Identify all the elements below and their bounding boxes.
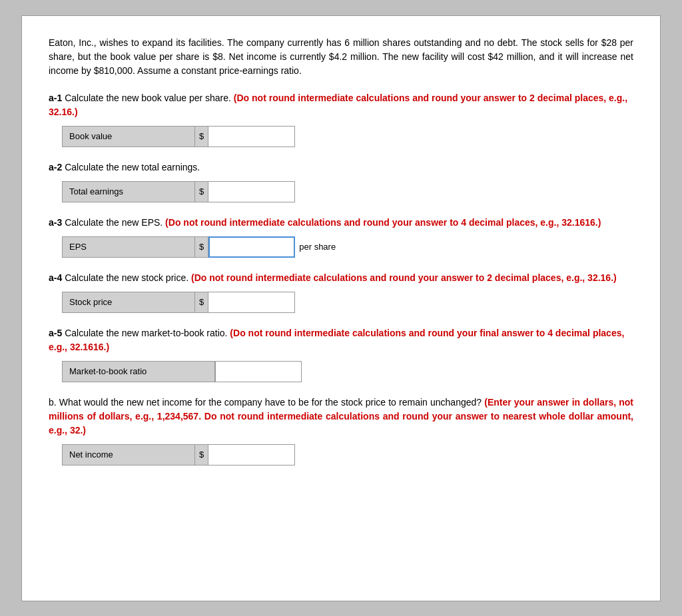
q-text-a1: Calculate the new book value per share. <box>65 93 231 103</box>
total-earnings-input[interactable] <box>208 181 295 202</box>
q-text-a2: Calculate the new total earnings. <box>65 162 200 172</box>
net-income-input[interactable] <box>208 444 295 465</box>
book-value-input[interactable] <box>208 126 295 147</box>
q-red-a3: (Do not round intermediate calculations … <box>165 217 601 228</box>
eps-input[interactable] <box>208 236 295 258</box>
input-label-a4: Stock price <box>62 292 195 313</box>
input-label-b: Net income <box>62 444 195 465</box>
dollar-a4: $ <box>195 292 208 313</box>
intro-paragraph: Eaton, Inc., wishes to expand its facili… <box>49 36 633 78</box>
question-a5: a-5 Calculate the new market-to-book rat… <box>49 326 633 382</box>
input-label-a5: Market-to-book ratio <box>62 361 215 382</box>
q-num-a5: a-5 <box>49 328 62 338</box>
input-row-a3: EPS $ per share <box>62 236 633 258</box>
input-row-a5: Market-to-book ratio <box>62 361 633 382</box>
question-a2: a-2 Calculate the new total earnings. To… <box>49 160 633 202</box>
q-red-a4: (Do not round intermediate calculations … <box>191 272 617 283</box>
question-a1: a-1 Calculate the new book value per sha… <box>49 91 633 147</box>
q-num-a3: a-3 <box>49 217 62 228</box>
q-num-a1: a-1 <box>49 93 62 103</box>
q-text-a3: Calculate the new EPS. <box>65 217 163 228</box>
dollar-a3: $ <box>195 236 208 258</box>
q-text-a4: Calculate the new stock price. <box>65 272 188 283</box>
question-a1-label: a-1 Calculate the new book value per sha… <box>49 91 633 119</box>
question-a4-label: a-4 Calculate the new stock price. (Do n… <box>49 271 633 285</box>
input-row-a1: Book value $ <box>62 126 633 147</box>
per-share-label: per share <box>299 240 336 254</box>
question-a3: a-3 Calculate the new EPS. (Do not round… <box>49 216 633 258</box>
q-num-a4: a-4 <box>49 272 62 283</box>
market-to-book-input[interactable] <box>215 361 302 382</box>
q-num-a2: a-2 <box>49 162 62 172</box>
question-a5-label: a-5 Calculate the new market-to-book rat… <box>49 326 633 354</box>
q-num-b: b. <box>49 397 57 408</box>
question-a3-label: a-3 Calculate the new EPS. (Do not round… <box>49 216 633 230</box>
question-a4: a-4 Calculate the new stock price. (Do n… <box>49 271 633 313</box>
input-label-a3: EPS <box>62 236 195 258</box>
question-b: b. What would the new net income for the… <box>49 396 633 465</box>
input-row-b: Net income $ <box>62 444 633 465</box>
dollar-b: $ <box>195 444 208 465</box>
input-row-a4: Stock price $ <box>62 292 633 313</box>
page-container: Eaton, Inc., wishes to expand its facili… <box>21 15 661 601</box>
q-text-b: What would the new net income for the co… <box>59 397 482 408</box>
question-a2-label: a-2 Calculate the new total earnings. <box>49 160 633 174</box>
dollar-a2: $ <box>195 181 208 202</box>
q-text-a5: Calculate the new market-to-book ratio. <box>65 328 227 338</box>
dollar-a1: $ <box>195 126 208 147</box>
input-row-a2: Total earnings $ <box>62 181 633 202</box>
input-label-a1: Book value <box>62 126 195 147</box>
input-label-a2: Total earnings <box>62 181 195 202</box>
question-b-label: b. What would the new net income for the… <box>49 396 633 438</box>
stock-price-input[interactable] <box>208 292 295 313</box>
